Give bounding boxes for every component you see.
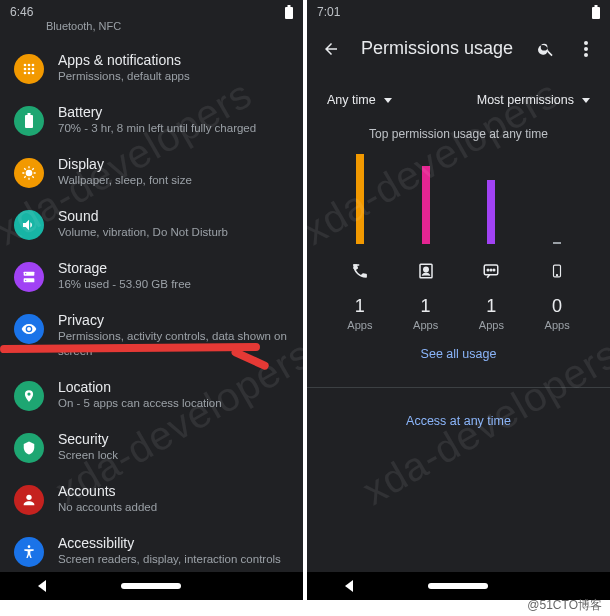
setting-title: Battery	[58, 104, 289, 120]
contacts-icon	[415, 260, 437, 282]
svg-point-9	[28, 72, 31, 75]
bar	[422, 166, 430, 244]
access-any-time-link[interactable]: Access at any time	[307, 398, 610, 444]
bar-label: Apps	[347, 319, 372, 331]
nav-recent[interactable]	[563, 581, 573, 591]
chart-title: Top permission usage at any time	[307, 127, 610, 141]
chevron-down-icon	[384, 98, 392, 103]
page-title: Permissions usage	[361, 38, 516, 59]
battery-icon	[14, 106, 44, 136]
svg-rect-21	[595, 5, 598, 7]
svg-point-32	[494, 269, 496, 271]
phone-icon	[349, 260, 371, 282]
svg-point-8	[24, 72, 27, 75]
setting-apps[interactable]: Apps & notificationsPermissions, default…	[0, 42, 303, 94]
permissions-usage-screen: xda-developers xda-developers 7:01 Permi…	[307, 0, 610, 600]
battery-icon	[592, 5, 600, 19]
sort-filter[interactable]: Most permissions	[477, 93, 590, 107]
setting-title: Privacy	[58, 312, 289, 328]
setting-accessibility[interactable]: AccessibilityScreen readers, display, in…	[0, 525, 303, 577]
storage-icon	[546, 260, 568, 282]
setting-sound[interactable]: SoundVolume, vibration, Do Not Disturb	[0, 198, 303, 250]
bluetooth-nfc-sub: Bluetooth, NFC	[0, 20, 303, 38]
setting-title: Security	[58, 431, 289, 447]
setting-subtitle: 16% used - 53.90 GB free	[58, 277, 289, 292]
setting-title: Apps & notifications	[58, 52, 289, 68]
setting-text: SoundVolume, vibration, Do Not Disturb	[58, 208, 289, 240]
setting-title: Sound	[58, 208, 289, 224]
bar-count: 0	[552, 296, 562, 317]
svg-point-31	[491, 269, 493, 271]
svg-point-28	[423, 267, 428, 272]
apps-icon	[14, 54, 44, 84]
nav-back-icon[interactable]	[345, 580, 353, 592]
see-all-usage-link[interactable]: See all usage	[307, 331, 610, 377]
nav-back-icon[interactable]	[38, 580, 46, 592]
setting-title: Display	[58, 156, 289, 172]
divider	[307, 387, 610, 388]
setting-title: Location	[58, 379, 289, 395]
setting-title: Accessibility	[58, 535, 289, 551]
setting-location[interactable]: LocationOn - 5 apps can access location	[0, 369, 303, 421]
search-icon[interactable]	[536, 39, 556, 59]
privacy-icon	[14, 314, 44, 344]
nav-bar	[307, 572, 610, 600]
security-icon	[14, 433, 44, 463]
svg-point-6	[28, 68, 31, 71]
setting-subtitle: No accounts added	[58, 500, 289, 515]
location-icon	[14, 381, 44, 411]
bar	[487, 180, 495, 244]
more-icon[interactable]	[576, 39, 596, 59]
nav-home-pill[interactable]	[121, 583, 181, 589]
accounts-icon	[14, 485, 44, 515]
setting-subtitle: Screen readers, display, interaction con…	[58, 552, 289, 567]
bar-count: 1	[355, 296, 365, 317]
setting-text: DisplayWallpaper, sleep, font size	[58, 156, 289, 188]
svg-point-23	[584, 47, 588, 51]
nav-recent[interactable]	[256, 581, 266, 591]
app-bar: Permissions usage	[307, 24, 610, 73]
setting-subtitle: Permissions, default apps	[58, 69, 289, 84]
bar	[553, 242, 561, 244]
settings-list: Apps & notificationsPermissions, default…	[0, 38, 303, 581]
bar-count: 1	[486, 296, 496, 317]
setting-storage[interactable]: Storage16% used - 53.90 GB free	[0, 250, 303, 302]
svg-point-10	[32, 72, 35, 75]
battery-icon	[285, 5, 293, 19]
setting-battery[interactable]: Battery70% - 3 hr, 8 min left until full…	[0, 94, 303, 146]
time-filter[interactable]: Any time	[327, 93, 392, 107]
setting-text: Apps & notificationsPermissions, default…	[58, 52, 289, 84]
svg-point-13	[26, 170, 33, 177]
svg-point-5	[24, 68, 27, 71]
svg-point-17	[25, 280, 26, 281]
setting-security[interactable]: SecurityScreen lock	[0, 421, 303, 473]
accessibility-icon	[14, 537, 44, 567]
svg-rect-25	[353, 264, 359, 266]
bar	[356, 154, 364, 244]
display-icon	[14, 158, 44, 188]
bar-phone[interactable]: 1Apps	[330, 157, 390, 331]
bar-count: 1	[421, 296, 431, 317]
svg-rect-11	[25, 115, 33, 128]
svg-rect-12	[28, 113, 31, 115]
svg-point-7	[32, 68, 35, 71]
svg-point-19	[28, 545, 31, 548]
chevron-down-icon	[582, 98, 590, 103]
svg-point-22	[584, 41, 588, 45]
bar-sms[interactable]: 1Apps	[461, 157, 521, 331]
nav-home-pill[interactable]	[428, 583, 488, 589]
setting-accounts[interactable]: AccountsNo accounts added	[0, 473, 303, 525]
setting-text: LocationOn - 5 apps can access location	[58, 379, 289, 411]
bar-label: Apps	[479, 319, 504, 331]
bar-label: Apps	[413, 319, 438, 331]
setting-subtitle: Volume, vibration, Do Not Disturb	[58, 225, 289, 240]
filter-row: Any time Most permissions	[307, 73, 610, 119]
setting-subtitle: Wallpaper, sleep, font size	[58, 173, 289, 188]
bar-storage[interactable]: 0Apps	[527, 157, 587, 331]
setting-display[interactable]: DisplayWallpaper, sleep, font size	[0, 146, 303, 198]
setting-subtitle: Screen lock	[58, 448, 289, 463]
bar-label: Apps	[545, 319, 570, 331]
nav-bar	[0, 572, 303, 600]
bar-contacts[interactable]: 1Apps	[396, 157, 456, 331]
back-icon[interactable]	[321, 39, 341, 59]
